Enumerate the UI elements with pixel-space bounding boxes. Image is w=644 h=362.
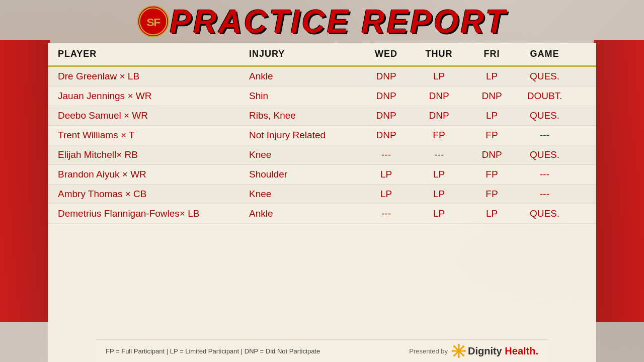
player-name: Dre Greenlaw × LB (58, 71, 249, 82)
fri-status: FP (465, 130, 518, 141)
thur-status: LP (413, 189, 465, 200)
game-status: --- (518, 130, 571, 141)
thur-status: LP (413, 71, 465, 82)
thur-status: LP (413, 169, 465, 180)
thur-status: FP (413, 130, 465, 141)
thur-status: DNP (413, 110, 465, 121)
wed-status: DNP (360, 71, 413, 82)
wed-status: DNP (360, 110, 413, 121)
wed-status: DNP (360, 90, 413, 102)
wed-status: DNP (360, 130, 413, 141)
footer-sponsor: Presented by Di (409, 344, 538, 358)
thur-status: DNP (413, 90, 465, 102)
svg-point-8 (458, 344, 460, 346)
player-name: Jauan Jennings × WR (58, 90, 249, 102)
table-row: Deebo Samuel × WR Ribs, Knee DNP DNP LP … (48, 106, 596, 126)
svg-point-15 (453, 354, 455, 356)
content-panel: PLAYER INJURY WED THUR FRI GAME Dre Gree… (48, 43, 596, 362)
table-body: Dre Greenlaw × LB Ankle DNP LP LP QUES. … (48, 67, 596, 224)
table-row: Elijah Mitchell× RB Knee --- --- DNP QUE… (48, 145, 596, 165)
red-bar-left (0, 40, 50, 322)
col-injury-header: INJURY (249, 49, 360, 59)
dignity-health-name: Dignity Health. (468, 345, 538, 357)
injury-type: Shoulder (249, 169, 360, 180)
player-name: Ambry Thomas × CB (58, 189, 249, 200)
table-header: PLAYER INJURY WED THUR FRI GAME (48, 43, 596, 67)
thur-status: --- (413, 149, 465, 160)
injury-type: Knee (249, 149, 360, 160)
injury-type: Ankle (249, 71, 360, 82)
fri-status: LP (465, 110, 518, 121)
game-status: QUES. (518, 71, 571, 82)
wed-status: LP (360, 169, 413, 180)
game-status: QUES. (518, 149, 571, 160)
table-row: Jauan Jennings × WR Shin DNP DNP DNP DOU… (48, 86, 596, 106)
footer: FP = Full Participant | LP = Limited Par… (96, 339, 548, 362)
table-row: Demetrius Flannigan-Fowles× LB Ankle ---… (48, 204, 596, 224)
health-word: Health. (505, 345, 538, 356)
svg-point-11 (464, 350, 466, 352)
dignity-icon (452, 344, 466, 358)
fri-status: FP (465, 189, 518, 200)
svg-point-13 (462, 354, 464, 356)
col-game-header: GAME (518, 49, 571, 59)
game-status: --- (518, 189, 571, 200)
svg-point-10 (452, 350, 454, 352)
col-wed-header: WED (360, 49, 413, 59)
svg-point-14 (462, 345, 464, 347)
fri-status: LP (465, 208, 518, 219)
red-bar-right (594, 40, 644, 322)
table-row: Ambry Thomas × CB Knee LP LP FP --- (48, 185, 596, 204)
game-status: DOUBT. (518, 90, 571, 102)
game-status: --- (518, 169, 571, 180)
fri-status: LP (465, 71, 518, 82)
footer-legend: FP = Full Participant | LP = Limited Par… (106, 347, 320, 355)
thur-status: LP (413, 208, 465, 219)
col-player-header: PLAYER (58, 49, 249, 59)
fri-status: DNP (465, 149, 518, 160)
table-row: Brandon Aiyuk × WR Shoulder LP LP FP --- (48, 165, 596, 185)
injury-type: Shin (249, 90, 360, 102)
presented-by-label: Presented by (409, 347, 448, 355)
player-name: Deebo Samuel × WR (58, 110, 249, 121)
player-name: Elijah Mitchell× RB (58, 149, 249, 160)
table-row: Dre Greenlaw × LB Ankle DNP LP LP QUES. (48, 67, 596, 86)
wed-status: --- (360, 149, 413, 160)
injury-type: Ankle (249, 208, 360, 219)
game-status: QUES. (518, 208, 571, 219)
col-fri-header: FRI (465, 49, 518, 59)
fri-status: DNP (465, 90, 518, 102)
player-name: Brandon Aiyuk × WR (58, 169, 249, 180)
dignity-word: Dignity (468, 345, 505, 356)
dignity-health-logo: Dignity Health. (452, 344, 538, 358)
svg-point-12 (453, 345, 455, 347)
wed-status: --- (360, 208, 413, 219)
game-status: QUES. (518, 110, 571, 121)
injury-type: Not Injury Related (249, 130, 360, 141)
svg-text:SF: SF (147, 16, 161, 29)
player-name: Trent Williams × T (58, 130, 249, 141)
svg-point-9 (458, 356, 460, 358)
injury-type: Knee (249, 189, 360, 200)
fri-status: FP (465, 169, 518, 180)
page-title: PRACTICE REPORT (170, 3, 507, 40)
table-row: Trent Williams × T Not Injury Related DN… (48, 126, 596, 145)
col-thur-header: THUR (413, 49, 465, 59)
header: SF PRACTICE REPORT (0, 0, 644, 43)
49ers-logo: SF (137, 5, 170, 38)
injury-type: Ribs, Knee (249, 110, 360, 121)
player-name: Demetrius Flannigan-Fowles× LB (58, 208, 249, 219)
wed-status: LP (360, 189, 413, 200)
